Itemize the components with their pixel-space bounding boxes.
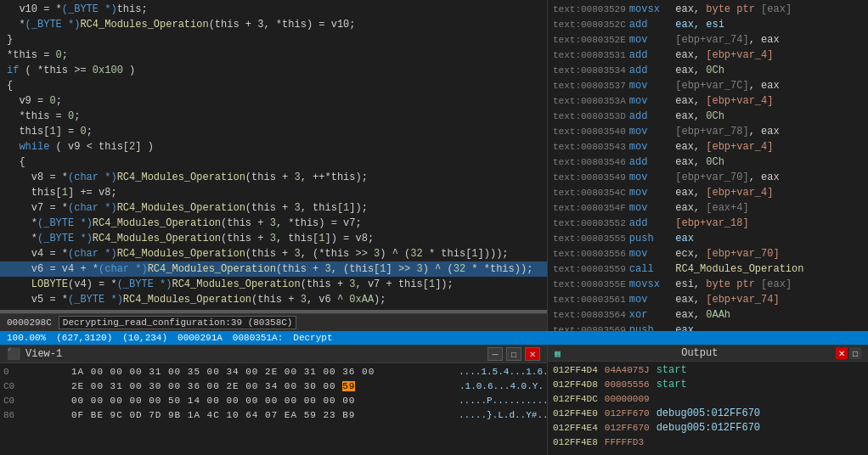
bottom-addr1: 0000291A	[178, 333, 223, 343]
asm-line: text:0080353Dadd eax, 0Ch	[548, 109, 868, 124]
hex-minimize-button[interactable]: ─	[488, 347, 503, 361]
asm-line: text:00803529movsx eax, byte ptr [eax]	[548, 2, 868, 17]
out-addr: 012FF4D4	[553, 363, 598, 378]
code-line: LOBYTE(v4) = *(_BYTE *)RC4_Modules_Opera…	[0, 277, 547, 292]
asm-line: text:0080354Cmov eax, [ebp+var_4]	[548, 185, 868, 200]
out-addr: 012FF4E0	[553, 407, 598, 421]
asm-line: text:00803564xor eax, 0AAh	[548, 307, 868, 323]
asm-line: text:00803556mov ecx, [ebp+var_70]	[548, 246, 868, 261]
asm-line: text:0080353Amov eax, [ebp+var_4]	[548, 93, 868, 109]
output-row: 012FF4D4 04A4075J start	[548, 363, 868, 378]
asm-line: text:00803534add eax, 0Ch	[548, 63, 868, 78]
code-line: v5 = *(_BYTE *)RC4_Modules_Operation(thi…	[0, 292, 547, 307]
output-header: ▦ Output ✕ □	[548, 345, 868, 362]
code-panel: v10 = *(_BYTE *)this; *(_BYTE *)RC4_Modu…	[0, 0, 548, 331]
asm-line: text:0080352Emov [ebp+var_74], eax	[548, 32, 868, 48]
hex-bytes: 2E 00 31 00 30 00 36 00 2E 00 34 00 30 0…	[71, 379, 459, 394]
out-start: start	[657, 378, 687, 392]
output-row: 012FF4E4 012FF670 debug005:012FF670	[548, 421, 868, 435]
status-bar: 0000298C	[0, 313, 547, 331]
code-line: this[1] += v8;	[0, 185, 547, 200]
asm-line: text:00803552add [ebp+var_18]	[548, 216, 868, 231]
hex-controls: ─ □ ✕	[488, 347, 540, 361]
top-section: v10 = *(_BYTE *)this; *(_BYTE *)RC4_Modu…	[0, 0, 868, 331]
hex-addr: 0	[3, 365, 71, 379]
hex-row: C0 2E 00 31 00 30 00 36 00 2E 00 34 00 3…	[0, 379, 547, 394]
status-input[interactable]	[59, 316, 296, 329]
hex-bytes: 0F BE 9C 0D 7D 9B 1A 4C 10 64 07 EA 59 2…	[71, 408, 459, 423]
asm-line: text:0080352Cadd eax, esi	[548, 17, 868, 32]
code-line: v4 = *(char *)RC4_Modules_Operation(this…	[0, 246, 547, 261]
hex-header: ⬛ View-1 ─ □ ✕	[0, 345, 547, 363]
output-row: 012FF4D8 00805556 start	[548, 378, 868, 392]
hex-maximize-button[interactable]: □	[506, 347, 521, 361]
bottom-label: Decrypt	[293, 333, 332, 343]
out-addr: 012FF4D8	[553, 378, 598, 392]
out-label: debug005:012FF670	[657, 421, 760, 435]
code-line: *this = 0;	[0, 109, 547, 124]
bottom-addr2: 0080351A:	[233, 333, 283, 343]
hex-section: ⬛ View-1 ─ □ ✕ 0 1A 00 00 00 31 00 35 00…	[0, 345, 868, 455]
asm-line: text:0080354Fmov eax, [eax+4]	[548, 200, 868, 216]
hex-row: 0 1A 00 00 00 31 00 35 00 34 00 2E 00 31…	[0, 365, 547, 379]
out-val: 012FF670	[605, 407, 650, 421]
output-row: 012FF4DC 00000009	[548, 392, 868, 407]
out-val: 04A4075J	[605, 363, 650, 378]
scrollbar[interactable]	[0, 310, 547, 313]
code-line: {	[0, 78, 547, 93]
code-line: *(_BYTE *)RC4_Modules_Operation(this + 3…	[0, 231, 547, 246]
out-addr: 012FF4E8	[553, 435, 598, 450]
code-line: v9 = 0;	[0, 93, 547, 109]
out-addr: 012FF4E4	[553, 421, 598, 435]
code-line: }	[0, 32, 547, 48]
asm-line: text:00803546add eax, 0Ch	[548, 154, 868, 170]
hex-bytes: 1A 00 00 00 31 00 35 00 34 00 2E 00 31 0…	[71, 365, 459, 379]
hex-ascii: .1.0.6...4.0.Y.	[459, 379, 544, 394]
out-val: FFFFFD3	[605, 435, 644, 450]
hex-ascii: .....}.L.d..Y#..	[459, 408, 544, 423]
hex-addr: C0	[3, 379, 71, 394]
out-start: start	[657, 363, 687, 378]
output-content: 012FF4D4 04A4075J start 012FF4D8 0080555…	[548, 362, 868, 455]
output-title: Output	[564, 347, 836, 359]
output-row: 012FF4E8 FFFFFD3	[548, 435, 868, 450]
asm-line: text:00803569push eax	[548, 323, 868, 331]
asm-line: text:00803543mov eax, [ebp+var_4]	[548, 139, 868, 154]
out-label: debug005:012FF670	[657, 407, 760, 421]
code-line: this[1] = 0;	[0, 124, 547, 139]
output-expand-button[interactable]: □	[849, 347, 861, 359]
hex-close-button[interactable]: ✕	[525, 347, 540, 361]
hex-row: 86 0F BE 9C 0D 7D 9B 1A 4C 10 64 07 EA 5…	[0, 408, 547, 423]
out-val: 012FF670	[605, 421, 650, 435]
asm-area: text:00803529movsx eax, byte ptr [eax] t…	[548, 0, 868, 331]
hex-bytes: 00 00 00 00 00 50 14 00 00 00 00 00 00 0…	[71, 394, 459, 408]
coords2: (10,234)	[122, 333, 167, 343]
output-panel: ▦ Output ✕ □ 012FF4D4 04A4075J start 012…	[548, 345, 868, 455]
asm-line: text:00803549mov [ebp+var_70], eax	[548, 170, 868, 185]
code-line-highlighted: v6 = v4 + *(char *)RC4_Modules_Operation…	[0, 261, 547, 277]
zoom-percent: 100.00%	[7, 333, 46, 343]
hex-panel: ⬛ View-1 ─ □ ✕ 0 1A 00 00 00 31 00 35 00…	[0, 345, 548, 455]
out-addr: 012FF4DC	[553, 392, 598, 407]
asm-line: text:00803561mov eax, [ebp+var_74]	[548, 292, 868, 307]
hex-content: 0 1A 00 00 00 31 00 35 00 34 00 2E 00 31…	[0, 363, 547, 455]
hex-addr: C0	[3, 394, 71, 408]
hex-ascii: ....1.5.4...1.6.	[459, 365, 544, 379]
out-val: 00805556	[605, 378, 650, 392]
code-line: {	[0, 154, 547, 170]
asm-line: text:00803537mov [ebp+var_7C], eax	[548, 78, 868, 93]
code-line: v10 = *(_BYTE *)this;	[0, 2, 547, 17]
code-area: v10 = *(_BYTE *)this; *(_BYTE *)RC4_Modu…	[0, 0, 547, 310]
code-line: v8 = *(char *)RC4_Modules_Operation(this…	[0, 170, 547, 185]
out-val: 00000009	[605, 392, 650, 407]
asm-line: text:00803559call RC4_Modules_Operation	[548, 261, 868, 277]
code-line: if ( *this >= 0x100 )	[0, 63, 547, 78]
asm-line: text:00803555push eax	[548, 231, 868, 246]
output-close-button[interactable]: ✕	[836, 347, 848, 359]
asm-panel: text:00803529movsx eax, byte ptr [eax] t…	[548, 0, 868, 331]
hex-view-title: View-1	[25, 348, 62, 360]
code-line: v7 = *(char *)RC4_Modules_Operation(this…	[0, 200, 547, 216]
asm-line: text:00803540mov [ebp+var_78], eax	[548, 124, 868, 139]
asm-line: text:0080355Emovsx esi, byte ptr [eax]	[548, 277, 868, 292]
output-icon: ▦	[555, 348, 561, 359]
